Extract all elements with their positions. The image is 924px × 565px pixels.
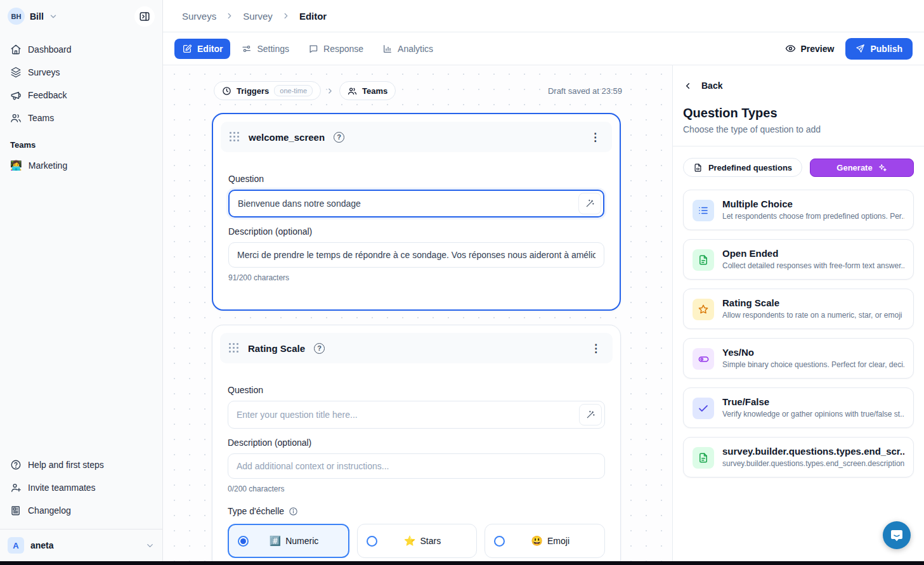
description-label: Description (optional) [228,226,604,237]
sidebar-item-label: Invite teammates [28,483,96,493]
question-title-input[interactable] [228,190,604,218]
description-label: Description (optional) [228,438,605,448]
question-title-input[interactable] [228,401,605,429]
chat-bubble-icon [308,44,318,54]
team-emoji: 👩‍💻 [10,160,22,171]
chevron-left-icon [683,81,693,91]
type-card-true-false[interactable]: True/False Verify knowledge or gather op… [683,387,914,428]
chevron-down-icon [145,541,155,550]
sidebar: BH Bill Dashboard [0,0,163,561]
type-card-end-screen[interactable]: survey.builder.questions.types.end_scr..… [683,437,914,477]
publish-label: Publish [870,44,902,54]
breadcrumb-survey[interactable]: Survey [243,11,273,22]
sidebar-item-changelog[interactable]: Changelog [5,500,157,521]
teams-chip[interactable]: Teams [339,81,396,100]
scale-option-emoji[interactable]: 😃 Emoji [485,524,605,558]
breadcrumb-surveys[interactable]: Surveys [182,11,216,22]
radio-selected-icon[interactable] [238,536,249,547]
tab-editor[interactable]: Editor [174,39,230,59]
type-name: Yes/No [722,347,904,358]
user-menu[interactable]: A aneta [0,529,162,561]
type-description: Simple binary choice questions. Perfect … [722,360,904,369]
type-name: survey.builder.questions.types.end_scr..… [722,446,904,457]
triggers-chip-label: Triggers [237,86,269,96]
question-card-rating-scale[interactable]: Rating Scale ? ⋮ Question Des [212,325,621,561]
workspace-switcher[interactable]: BH Bill [0,0,162,32]
help-circle-icon [10,459,22,471]
sidebar-item-label: Teams [28,113,54,123]
panel-actions: Predefined questions Generate [673,146,924,183]
sidebar-item-label: Feedback [28,90,67,100]
file-text-icon [693,249,714,271]
type-card-rating-scale[interactable]: Rating Scale Allow respondents to rate o… [683,289,914,329]
sidebar-item-invite[interactable]: Invite teammates [5,477,157,498]
app-window: BH Bill Dashboard [0,0,924,561]
tab-analytics[interactable]: Analytics [375,39,441,59]
question-label: Question [228,174,604,184]
question-card-welcome-screen[interactable]: welcome_screen ? ⋮ Question D [212,113,621,311]
info-icon[interactable] [289,507,298,516]
tab-label: Settings [257,44,289,54]
users-icon [10,112,22,124]
panel-collapse-icon [139,11,150,22]
sidebar-item-marketing[interactable]: 👩‍💻 Marketing [0,155,162,176]
user-name: aneta [30,540,139,550]
sidebar-item-help[interactable]: Help and first steps [5,454,157,476]
file-code-icon [693,163,703,172]
tab-settings[interactable]: Settings [234,39,297,59]
drag-handle-icon[interactable] [230,132,240,142]
triggers-chip[interactable]: Triggers one-time [214,81,321,100]
question-type-list: Multiple Choice Let respondents choose f… [673,183,924,484]
sidebar-item-surveys[interactable]: Surveys [5,62,157,83]
description-input[interactable] [228,242,604,268]
sidebar-item-label: Surveys [28,67,60,77]
back-button[interactable]: Back [673,65,924,91]
type-description: Allow respondents to rate on a numeric, … [722,311,904,320]
magic-wand-icon[interactable] [578,193,601,214]
users-icon [348,86,357,96]
radio-icon[interactable] [494,536,505,547]
description-input[interactable] [228,453,605,479]
kebab-menu-icon[interactable]: ⋮ [588,342,604,355]
check-icon [693,398,714,419]
editor-toolbar: Editor Settings Response Analytics [163,32,924,65]
scale-option-numeric[interactable]: #️⃣ Numeric [228,524,349,558]
kebab-menu-icon[interactable]: ⋮ [587,131,603,144]
tab-response[interactable]: Response [301,39,371,59]
question-help-icon[interactable]: ? [334,132,344,143]
question-help-icon[interactable]: ? [314,343,325,354]
radio-icon[interactable] [367,536,377,547]
generate-button[interactable]: Generate [810,159,914,177]
type-card-multiple-choice[interactable]: Multiple Choice Let respondents choose f… [683,190,914,230]
breadcrumb: Surveys Survey Editor [163,0,924,32]
magic-wand-icon[interactable] [579,404,602,425]
type-card-yes-no[interactable]: Yes/No Simple binary choice questions. P… [683,338,914,379]
drag-handle-icon[interactable] [229,343,239,353]
sidebar-item-feedback[interactable]: Feedback [5,84,157,106]
sidebar-item-teams[interactable]: Teams [5,107,157,129]
sparkles-icon [878,163,887,172]
preview-label: Preview [801,44,835,54]
sliders-icon [242,44,252,54]
type-description: survey.builder.questions.types.end_scree… [722,459,904,468]
sidebar-item-label: Changelog [28,505,71,516]
question-card-header: Rating Scale ? ⋮ [220,333,613,363]
predefined-questions-button[interactable]: Predefined questions [683,158,802,177]
panel-subtitle: Choose the type of question to add [673,120,924,146]
type-description: Let respondents choose from predefined o… [722,212,904,221]
chat-launcher-button[interactable] [883,521,911,549]
star-icon [693,299,714,320]
char-count: 0/200 characters [228,484,605,493]
star-emoji: ⭐ [404,535,416,547]
scale-option-stars[interactable]: ⭐ Stars [357,524,478,558]
trigger-type-badge: one-time [274,85,313,96]
sidebar-footer: Help and first steps Invite teammates Ch… [0,451,162,525]
sidebar-collapse-button[interactable] [134,6,155,27]
sidebar-item-dashboard[interactable]: Dashboard [5,39,157,60]
list-icon [693,200,714,221]
preview-button[interactable]: Preview [778,38,842,59]
scale-option-label: Emoji [547,536,569,546]
question-types-panel: Back Question Types Choose the type of q… [672,65,924,561]
publish-button[interactable]: Publish [845,38,913,60]
type-card-open-ended[interactable]: Open Ended Collect detailed responses wi… [683,239,914,280]
